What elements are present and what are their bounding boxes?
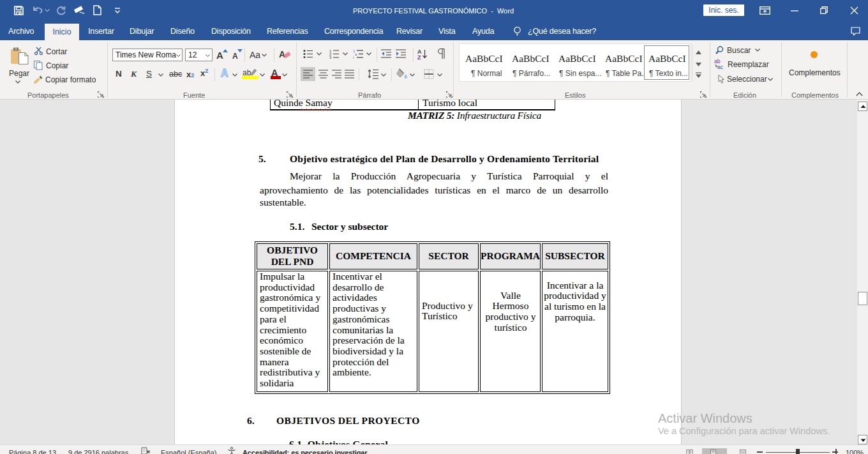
svg-text:3: 3 xyxy=(329,56,332,59)
svg-text:ac: ac xyxy=(717,64,724,70)
svg-text:i: i xyxy=(353,56,354,59)
svg-text:Z: Z xyxy=(417,54,421,61)
svg-text:a: a xyxy=(355,52,357,56)
